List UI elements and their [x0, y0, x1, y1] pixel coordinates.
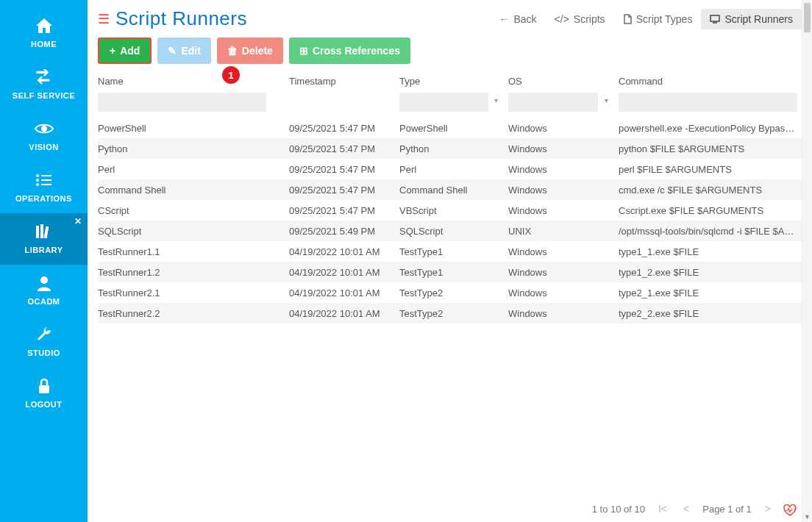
- sidebar: HOME SELF SERVICE VISION OPERATIONS ✕: [0, 0, 88, 522]
- svg-rect-6: [41, 184, 51, 185]
- cell-timestamp: 04/19/2022 10:01 AM: [289, 303, 399, 323]
- sidebar-item-label: OPERATIONS: [15, 194, 72, 203]
- table-row[interactable]: Command Shell09/25/2021 5:47 PMCommand S…: [98, 179, 802, 200]
- swap-icon: [35, 68, 54, 87]
- edit-button[interactable]: ✎ Edit: [157, 37, 210, 64]
- sidebar-item-logout[interactable]: LOGOUT: [0, 368, 88, 419]
- cell-os: Windows: [508, 241, 619, 262]
- plus-icon: +: [110, 45, 115, 57]
- nav-back[interactable]: ← Back: [490, 9, 545, 29]
- table-row[interactable]: TestRunner2.204/19/2022 10:01 AMTestType…: [98, 303, 802, 323]
- pager-first-icon[interactable]: I<: [655, 503, 670, 515]
- sidebar-item-operations[interactable]: OPERATIONS: [0, 162, 88, 213]
- nav-label: Back: [513, 13, 536, 25]
- sidebar-item-home[interactable]: HOME: [0, 7, 88, 59]
- table-row[interactable]: TestRunner2.104/19/2022 10:01 AMTestType…: [98, 282, 802, 303]
- sidebar-item-self-service[interactable]: SELF SERVICE: [0, 59, 88, 110]
- sidebar-item-ocadm[interactable]: OCADM: [0, 265, 88, 316]
- cell-type: Perl: [399, 159, 508, 179]
- column-header-name[interactable]: Name: [98, 71, 289, 93]
- cell-command: perl $FILE $ARGUMENTS: [619, 159, 802, 179]
- column-header-type[interactable]: Type: [399, 71, 508, 93]
- cell-name: PowerShell: [98, 118, 289, 138]
- user-icon: [36, 273, 52, 293]
- nav-script-types[interactable]: Script Types: [614, 9, 702, 29]
- add-button[interactable]: + Add: [98, 37, 152, 64]
- file-icon: [623, 14, 632, 24]
- cell-command: type2_2.exe $FILE: [619, 303, 802, 323]
- table-row[interactable]: PowerShell09/25/2021 5:47 PMPowerShellWi…: [98, 118, 802, 138]
- cell-name: SQLScript: [98, 221, 289, 241]
- nav-label: Scripts: [574, 13, 605, 25]
- svg-rect-8: [40, 224, 43, 238]
- cell-name: Command Shell: [98, 179, 289, 200]
- cell-command: cmd.exe /c $FILE $ARGUMENTS: [619, 179, 802, 200]
- cell-os: Windows: [508, 303, 619, 323]
- table-row[interactable]: Perl09/25/2021 5:47 PMPerlWindowsperl $F…: [98, 159, 802, 179]
- eye-icon: [34, 119, 54, 138]
- table-row[interactable]: CScript09/25/2021 5:47 PMVBScriptWindows…: [98, 200, 802, 221]
- cell-name: TestRunner2.2: [98, 303, 289, 323]
- cell-name: Perl: [98, 159, 289, 179]
- vertical-scrollbar[interactable]: ▲ ▼: [802, 0, 812, 522]
- filter-os-select[interactable]: [508, 93, 598, 112]
- cell-type: SQLScript: [399, 221, 508, 241]
- svg-point-3: [36, 179, 39, 182]
- page-indicator: Page 1 of 1: [702, 504, 752, 515]
- nav-label: Script Types: [636, 13, 693, 25]
- scrollbar-thumb[interactable]: [804, 3, 811, 32]
- cell-os: Windows: [508, 179, 619, 200]
- pager-prev-icon[interactable]: <: [680, 503, 692, 515]
- filter-type-select[interactable]: [399, 93, 488, 112]
- cell-command: /opt/mssql-tools/bin/sqlcmd -i $FILE $AR…: [619, 221, 802, 241]
- table-row[interactable]: TestRunner1.104/19/2022 10:01 AMTestType…: [98, 241, 802, 262]
- books-icon: [35, 222, 54, 241]
- sidebar-item-label: LOGOUT: [25, 400, 62, 409]
- svg-rect-2: [41, 175, 51, 176]
- table-row[interactable]: Python09/25/2021 5:47 PMPythonWindowspyt…: [98, 138, 802, 159]
- script-runners-table: Name Timestamp Type OS Command PowerS: [98, 71, 802, 323]
- filter-name-input[interactable]: [98, 93, 266, 112]
- table-footer: 1 to 10 of 10 I< < Page 1 of 1 > >I: [88, 496, 812, 522]
- nav-scripts[interactable]: </> Scripts: [546, 9, 614, 29]
- cell-type: VBScript: [399, 200, 508, 221]
- cell-type: TestType2: [399, 282, 508, 303]
- cell-type: TestType1: [399, 262, 508, 282]
- trash-icon: 🗑: [227, 45, 238, 57]
- cell-timestamp: 09/25/2021 5:47 PM: [289, 159, 399, 179]
- delete-button[interactable]: 🗑 Delete: [217, 37, 283, 64]
- column-header-command[interactable]: Command: [619, 71, 802, 93]
- column-header-timestamp[interactable]: Timestamp: [289, 71, 399, 93]
- cell-timestamp: 09/25/2021 5:49 PM: [289, 221, 399, 241]
- sidebar-item-studio[interactable]: STUDIO: [0, 316, 88, 368]
- cell-os: Windows: [508, 262, 619, 282]
- cell-type: Command Shell: [399, 179, 508, 200]
- nav-label: Script Runners: [724, 13, 793, 25]
- sidebar-item-vision[interactable]: VISION: [0, 110, 88, 162]
- heartbeat-icon[interactable]: [783, 504, 797, 516]
- cell-type: TestType1: [399, 241, 508, 262]
- sidebar-item-label: LIBRARY: [25, 246, 63, 254]
- nav-script-runners[interactable]: Script Runners: [701, 9, 802, 29]
- cell-command: type1_1.exe $FILE: [619, 241, 802, 262]
- scrollbar-down-icon[interactable]: ▼: [802, 512, 812, 522]
- cross-references-button[interactable]: ⊞ Cross References: [289, 37, 410, 64]
- svg-point-10: [40, 276, 48, 284]
- sidebar-item-library[interactable]: ✕ LIBRARY: [0, 213, 88, 265]
- table-row[interactable]: SQLScript09/25/2021 5:49 PMSQLScriptUNIX…: [98, 221, 802, 241]
- pager-next-icon[interactable]: >: [762, 503, 774, 515]
- runner-icon: [710, 15, 720, 24]
- table-filter-row: [98, 93, 802, 118]
- cell-command: type2_1.exe $FILE: [619, 282, 802, 303]
- filter-command-input[interactable]: [619, 93, 797, 112]
- hamburger-icon[interactable]: ☰: [98, 11, 110, 27]
- toolbar: + Add ✎ Edit 🗑 Delete ⊞ Cross References: [88, 35, 812, 71]
- column-header-os[interactable]: OS: [508, 71, 619, 93]
- cell-os: Windows: [508, 200, 619, 221]
- topbar: ☰ Script Runners ← Back </> Scripts Scri…: [88, 0, 812, 35]
- cell-name: Python: [98, 138, 289, 159]
- close-icon[interactable]: ✕: [74, 216, 82, 226]
- cell-command: python $FILE $ARGUMENTS: [619, 138, 802, 159]
- table-row[interactable]: TestRunner1.204/19/2022 10:01 AMTestType…: [98, 262, 802, 282]
- button-label: Delete: [242, 45, 273, 57]
